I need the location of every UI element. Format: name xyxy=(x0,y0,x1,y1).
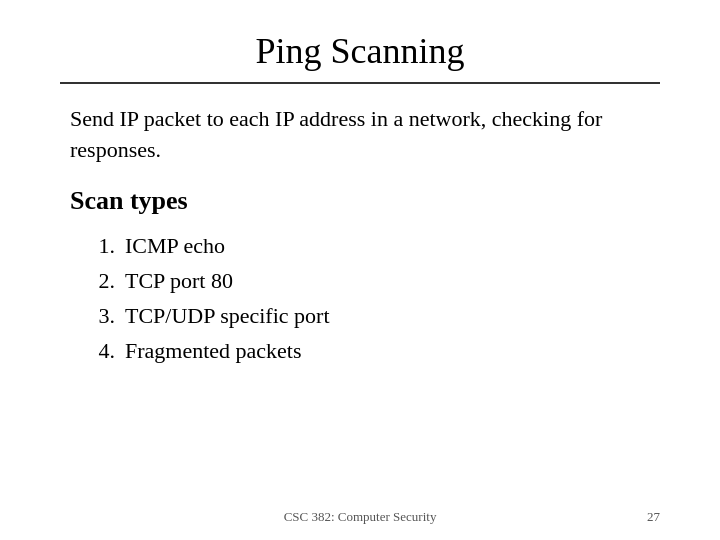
list-item-number: 4. xyxy=(90,333,115,368)
content-area: Send IP packet to each IP address in a n… xyxy=(60,104,660,520)
footer-page: 27 xyxy=(647,509,660,525)
list-item-number: 1. xyxy=(90,228,115,263)
list-item-text: ICMP echo xyxy=(125,228,225,263)
title-divider xyxy=(60,82,660,84)
list-item-text: TCP/UDP specific port xyxy=(125,298,330,333)
list-item: 1.ICMP echo xyxy=(90,228,660,263)
slide-title: Ping Scanning xyxy=(60,30,660,72)
footer-course: CSC 382: Computer Security xyxy=(284,509,437,525)
list-item: 3.TCP/UDP specific port xyxy=(90,298,660,333)
scan-list: 1.ICMP echo2.TCP port 803.TCP/UDP specif… xyxy=(70,228,660,369)
footer: CSC 382: Computer Security 27 xyxy=(0,509,720,525)
intro-text: Send IP packet to each IP address in a n… xyxy=(70,104,660,166)
section-heading: Scan types xyxy=(70,186,660,216)
list-item-number: 2. xyxy=(90,263,115,298)
title-area: Ping Scanning xyxy=(60,30,660,72)
list-item: 2.TCP port 80 xyxy=(90,263,660,298)
list-item-number: 3. xyxy=(90,298,115,333)
list-item-text: Fragmented packets xyxy=(125,333,302,368)
slide: Ping Scanning Send IP packet to each IP … xyxy=(0,0,720,540)
list-item-text: TCP port 80 xyxy=(125,263,233,298)
list-item: 4.Fragmented packets xyxy=(90,333,660,368)
